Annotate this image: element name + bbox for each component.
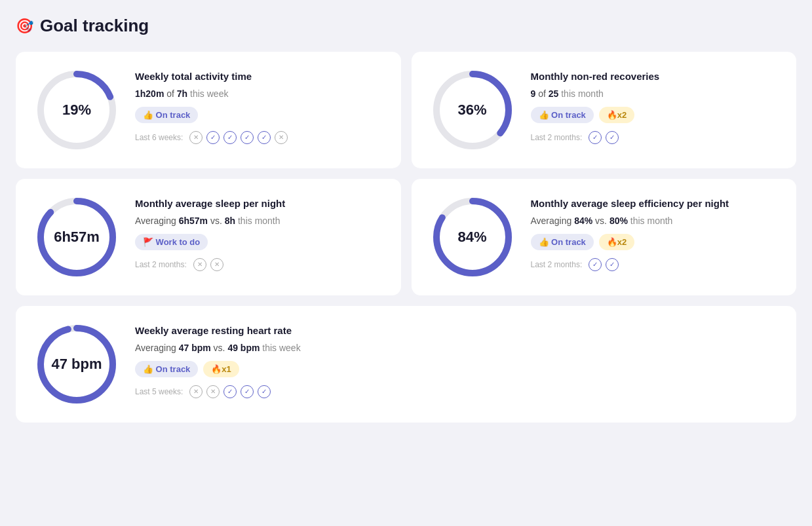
circle-label: 19% [62, 102, 91, 119]
history-check-icon: ✓ [241, 131, 254, 144]
history-check-icon: ✓ [241, 385, 254, 398]
card-content: Monthly non-red recoveries 9 of 25 this … [531, 67, 779, 144]
page-header: 🎯 Goal tracking [16, 16, 796, 36]
history-check-icon: ✓ [589, 258, 602, 271]
circle-progress: 84% [430, 195, 515, 280]
card-content: Weekly average resting heart rate Averag… [135, 322, 778, 398]
history-label: Last 6 weeks: [135, 133, 183, 142]
history-cross-icon: ✕ [189, 385, 203, 398]
history-check-icon: ✓ [606, 258, 619, 271]
card-title: Monthly average sleep efficiency per nig… [531, 197, 779, 210]
circle-label: 36% [457, 102, 486, 119]
circle-label: 6h57m [54, 229, 100, 246]
circle-progress: 19% [34, 67, 119, 153]
cards-grid: 19% Weekly total activity time 1h20m of … [16, 52, 796, 423]
goal-icon: 🎯 [16, 18, 33, 35]
history-label: Last 5 weeks: [135, 387, 183, 396]
card-subtitle: Averaging 47 bpm vs. 49 bpm this week [135, 343, 778, 353]
history-check-icon: ✓ [258, 131, 271, 144]
history-check-icon: ✓ [589, 131, 602, 144]
goal-card-monthly-sleep: 6h57m Monthly average sleep per night Av… [16, 179, 401, 295]
card-content: Weekly total activity time 1h20m of 7h t… [135, 67, 383, 144]
streak-badge: 🔥x2 [599, 107, 634, 123]
goal-card-monthly-recoveries: 36% Monthly non-red recoveries 9 of 25 t… [412, 52, 797, 168]
goal-card-monthly-sleep-efficiency: 84% Monthly average sleep efficiency per… [412, 179, 797, 295]
streak-badge: 🔥x1 [203, 361, 239, 377]
history-row: Last 2 months: ✓✓ [531, 258, 779, 271]
circle-label: 84% [457, 229, 486, 246]
history-cross-icon: ✕ [189, 131, 203, 144]
goal-card-weekly-activity: 19% Weekly total activity time 1h20m of … [16, 52, 401, 168]
card-title: Monthly non-red recoveries [531, 70, 779, 83]
history-check-icon: ✓ [606, 131, 619, 144]
history-row: Last 2 months: ✕✕ [135, 258, 383, 271]
history-cross-icon: ✕ [193, 258, 206, 271]
history-row: Last 2 months: ✓✓ [531, 131, 779, 144]
badges-row: 👍 On track🔥x2 [531, 234, 779, 250]
history-label: Last 2 months: [531, 133, 583, 142]
badges-row: 👍 On track🔥x1 [135, 361, 778, 377]
history-row: Last 6 weeks: ✕✓✓✓✓✕ [135, 131, 383, 144]
card-content: Monthly average sleep per night Averagin… [135, 195, 383, 271]
history-cross-icon: ✕ [206, 385, 220, 398]
history-cross-icon: ✕ [275, 131, 288, 144]
history-cross-icon: ✕ [210, 258, 223, 271]
history-check-icon: ✓ [223, 131, 237, 144]
status-badge: 👍 On track [135, 361, 198, 377]
card-subtitle: Averaging 84% vs. 80% this month [531, 216, 779, 226]
circle-progress: 47 bpm [34, 322, 119, 407]
status-badge: 👍 On track [531, 234, 594, 250]
goal-card-weekly-heart-rate: 47 bpm Weekly average resting heart rate… [16, 306, 796, 423]
history-check-icon: ✓ [223, 385, 237, 398]
circle-label: 47 bpm [51, 356, 102, 373]
card-title: Weekly average resting heart rate [135, 324, 778, 337]
status-badge: 👍 On track [135, 107, 198, 123]
history-check-icon: ✓ [206, 131, 220, 144]
card-content: Monthly average sleep efficiency per nig… [531, 195, 779, 271]
card-subtitle: 9 of 25 this month [531, 88, 779, 99]
streak-badge: 🔥x2 [599, 234, 634, 250]
history-label: Last 2 months: [531, 260, 583, 269]
card-subtitle: 1h20m of 7h this week [135, 88, 383, 99]
badges-row: 🚩 Work to do [135, 234, 383, 250]
badges-row: 👍 On track [135, 107, 383, 123]
history-label: Last 2 months: [135, 260, 187, 269]
status-badge: 👍 On track [531, 107, 594, 123]
card-title: Weekly total activity time [135, 70, 383, 83]
status-badge: 🚩 Work to do [135, 234, 208, 250]
circle-progress: 36% [430, 67, 515, 153]
history-row: Last 5 weeks: ✕✕✓✓✓ [135, 385, 778, 398]
card-title: Monthly average sleep per night [135, 197, 383, 210]
card-subtitle: Averaging 6h57m vs. 8h this month [135, 216, 383, 226]
badges-row: 👍 On track🔥x2 [531, 107, 779, 123]
page-title: Goal tracking [40, 16, 149, 36]
history-check-icon: ✓ [258, 385, 271, 398]
circle-progress: 6h57m [34, 195, 119, 280]
